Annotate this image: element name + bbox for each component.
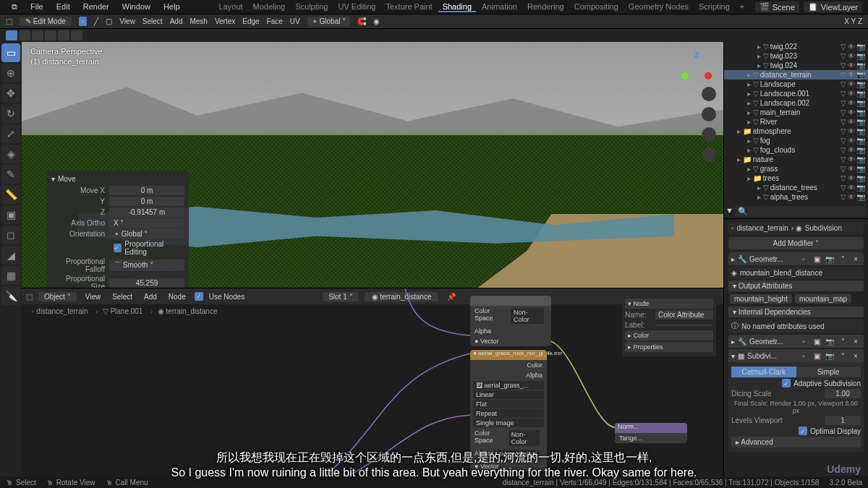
shading-mode-icon[interactable] xyxy=(45,30,56,40)
workspace-uv[interactable]: UV Editing xyxy=(333,2,380,12)
viewlayer-selector[interactable]: 📋ViewLayer xyxy=(804,1,862,12)
outliner-search-input[interactable]: 🔍 xyxy=(735,206,867,217)
outliner-item[interactable]: ▸ ▽alpha_trees▽👁📷 xyxy=(724,192,868,202)
menu-help[interactable]: Help xyxy=(158,2,186,12)
nodegroup-selector[interactable]: ◈ mountain_blend_distance xyxy=(728,267,864,279)
image-texture-node-collapsed[interactable]: Color SpaceNon-Color Alpha ● Vector xyxy=(470,296,551,346)
close-icon[interactable]: × xyxy=(851,351,861,361)
falloff-select[interactable]: ⌒ Smooth ˅ xyxy=(109,260,184,271)
scale-tool-icon[interactable]: ⤢ xyxy=(1,124,20,143)
shading-mode-icon[interactable] xyxy=(6,30,17,40)
cursor-tool-icon[interactable]: ⊕ xyxy=(1,64,20,82)
expand-icon[interactable]: ▾ xyxy=(731,352,735,360)
select-mode-edge-icon[interactable]: ╱ xyxy=(94,17,98,25)
workspace-add[interactable]: + xyxy=(736,2,749,12)
slot-selector[interactable]: Slot 1 ˅ xyxy=(323,292,358,301)
catmull-tab[interactable]: Catmull-Clark xyxy=(731,367,796,377)
workspace-texpaint[interactable]: Texture Paint xyxy=(381,2,436,12)
render-icon[interactable]: 📷 xyxy=(825,336,835,346)
outliner-item[interactable]: ▸ ▽twig.023▽👁📷 xyxy=(724,51,868,61)
filter-icon[interactable]: ▼ xyxy=(726,206,733,217)
move-tool-icon[interactable]: ✥ xyxy=(1,84,20,103)
outliner-item[interactable]: ▸ ▽River▽👁📷 xyxy=(724,117,868,127)
mesh-menu[interactable]: Mesh xyxy=(190,17,207,25)
zoom-icon[interactable] xyxy=(702,87,716,101)
outliner-item[interactable]: ▸ 📁atmosphere▽👁📷 xyxy=(724,127,868,136)
expand-icon[interactable]: ▸ xyxy=(731,255,735,263)
prop-edit-icon[interactable]: ◉ xyxy=(373,17,380,25)
optimal-checkbox[interactable]: ✓ xyxy=(799,427,807,435)
select-mode-face-icon[interactable]: ▢ xyxy=(106,17,112,25)
select-tool-icon[interactable]: ▭ xyxy=(1,43,20,62)
view-menu[interactable]: View xyxy=(119,17,135,25)
knife-tool-icon[interactable]: 🔪 xyxy=(1,286,20,305)
outliner-item[interactable]: ▸ ▽twig.024▽👁📷 xyxy=(724,61,868,70)
3d-viewport[interactable]: Camera Perspective (1) distance_terrain … xyxy=(22,42,723,288)
select-menu[interactable]: Select xyxy=(142,17,163,25)
modifier-name[interactable]: Geometr... xyxy=(749,338,796,346)
shading-mode-icon[interactable] xyxy=(71,30,82,40)
close-icon[interactable]: × xyxy=(851,254,861,264)
workspace-rendering[interactable]: Rendering xyxy=(523,2,569,12)
node-node-menu[interactable]: Node xyxy=(166,293,189,301)
outliner-item[interactable]: ▸ ▽distance_trees▽👁📷 xyxy=(724,183,868,192)
outliner-item[interactable]: ▸ ▽twig.022▽👁📷 xyxy=(724,42,868,51)
simple-tab[interactable]: Simple xyxy=(796,367,861,377)
prop-breadcrumb[interactable]: ▫ distance_terrain › ◉ Subdivision xyxy=(728,222,864,234)
camera-icon[interactable] xyxy=(702,127,716,142)
workspace-compositing[interactable]: Compositing xyxy=(570,2,623,12)
snap-icon[interactable]: 🧲 xyxy=(357,17,366,25)
shading-mode-icon[interactable] xyxy=(19,30,30,40)
move-panel-header[interactable]: ▾ Move xyxy=(51,175,184,183)
close-icon[interactable]: × xyxy=(851,336,861,346)
mode-selector[interactable]: ✎ Edit Mode xyxy=(20,17,72,26)
menu-edit[interactable]: Edit xyxy=(51,2,76,12)
node-section-header[interactable]: ▾ Node xyxy=(625,299,713,309)
pan-icon[interactable] xyxy=(702,107,716,121)
material-name[interactable]: ◉ terrain_distance xyxy=(365,292,439,301)
workspace-layout[interactable]: Layout xyxy=(215,2,247,12)
workspace-geonodes[interactable]: Geometry Nodes xyxy=(624,2,693,12)
extension-select[interactable]: Repeat xyxy=(473,409,544,418)
vertex-menu[interactable]: Vertex xyxy=(215,17,235,25)
render-icon[interactable]: 📷 xyxy=(825,351,835,361)
display-icon[interactable]: ▣ xyxy=(812,336,822,346)
shader-type-select[interactable]: Object ˅ xyxy=(38,292,77,301)
measure-tool-icon[interactable]: 📏 xyxy=(1,185,20,204)
node-select-menu[interactable]: Select xyxy=(109,293,135,301)
add-modifier-button[interactable]: Add Modifier ˅ xyxy=(728,237,864,249)
inset-tool-icon[interactable]: ◻ xyxy=(1,226,20,244)
move-z-value[interactable]: -0.91457 m xyxy=(109,207,184,217)
extrude-tool-icon[interactable]: ▣ xyxy=(1,205,20,224)
outliner-item[interactable]: ▸ ▽fog▽👁📷 xyxy=(724,136,868,145)
node-add-menu[interactable]: Add xyxy=(141,293,160,301)
source-select[interactable]: Single Image xyxy=(473,419,544,427)
transform-tool-icon[interactable]: ◈ xyxy=(1,145,20,163)
modifier-name[interactable]: Geometr... xyxy=(749,255,796,263)
menu-render[interactable]: Render xyxy=(77,2,115,12)
outliner-item[interactable]: ▸ ▽Landscape▽👁📷 xyxy=(724,80,868,89)
pin-icon[interactable]: 📌 xyxy=(447,293,456,301)
workspace-scripting[interactable]: Scripting xyxy=(694,2,734,12)
axis-x-icon[interactable] xyxy=(705,72,712,80)
axis-y-icon[interactable] xyxy=(681,72,689,80)
outliner-item[interactable]: ▸ ▽grass▽👁📷 xyxy=(724,164,868,174)
render-icon[interactable]: 📷 xyxy=(825,254,835,264)
outliner-item[interactable]: ▸ 📁nature▽👁📷 xyxy=(724,155,868,164)
outliner-item[interactable]: ▸ 📁trees▽👁📷 xyxy=(724,174,868,183)
add-menu[interactable]: Add xyxy=(170,17,183,25)
more-icon[interactable]: ˅ xyxy=(838,351,848,361)
edge-menu[interactable]: Edge xyxy=(242,17,259,25)
menu-file[interactable]: File xyxy=(25,2,49,12)
levels-value[interactable]: 1 xyxy=(825,416,861,425)
prop-size-value[interactable]: 45.259 xyxy=(109,278,184,288)
outliner-item[interactable]: ▸ ▽Landscape.001▽👁📷 xyxy=(724,89,868,98)
display-icon[interactable]: ▣ xyxy=(812,351,822,361)
breadcrumb-mat[interactable]: ◉ terrain_distance xyxy=(158,307,224,315)
move-x-value[interactable]: 0 m xyxy=(109,186,184,195)
workspace-shading[interactable]: Shading xyxy=(438,2,476,12)
node-label-input[interactable] xyxy=(655,325,713,326)
node-name-input[interactable]: Color Attribute xyxy=(655,310,713,320)
axis-z-icon[interactable]: Z xyxy=(694,51,699,59)
edit-on-icon[interactable]: ▫ xyxy=(799,254,809,264)
